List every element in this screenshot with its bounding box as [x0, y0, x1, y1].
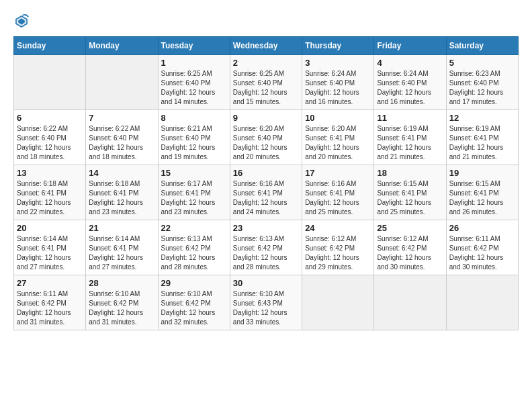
calendar-day-cell: 28Sunrise: 6:10 AM Sunset: 6:42 PM Dayli…	[86, 275, 158, 330]
day-number: 11	[377, 113, 443, 123]
calendar-day-cell: 3Sunrise: 6:24 AM Sunset: 6:40 PM Daylig…	[302, 55, 374, 110]
day-info: Sunrise: 6:13 AM Sunset: 6:42 PM Dayligh…	[233, 234, 299, 272]
calendar-day-cell: 20Sunrise: 6:14 AM Sunset: 6:41 PM Dayli…	[14, 220, 86, 275]
empty-day-cell	[86, 55, 158, 110]
weekday-header-monday: Monday	[86, 37, 158, 55]
day-info: Sunrise: 6:22 AM Sunset: 6:40 PM Dayligh…	[17, 124, 83, 162]
day-number: 10	[305, 113, 371, 123]
empty-day-cell	[302, 275, 374, 330]
empty-day-cell	[446, 275, 518, 330]
day-info: Sunrise: 6:25 AM Sunset: 6:40 PM Dayligh…	[161, 69, 227, 107]
page-header	[13, 13, 519, 30]
day-number: 16	[233, 168, 299, 178]
day-number: 27	[17, 278, 83, 288]
calendar-day-cell: 13Sunrise: 6:18 AM Sunset: 6:41 PM Dayli…	[14, 165, 86, 220]
day-number: 3	[305, 58, 371, 68]
day-number: 12	[449, 113, 515, 123]
calendar-day-cell: 4Sunrise: 6:24 AM Sunset: 6:40 PM Daylig…	[374, 55, 446, 110]
empty-day-cell	[374, 275, 446, 330]
calendar-day-cell: 10Sunrise: 6:20 AM Sunset: 6:41 PM Dayli…	[302, 110, 374, 165]
day-number: 17	[305, 168, 371, 178]
day-info: Sunrise: 6:20 AM Sunset: 6:41 PM Dayligh…	[305, 124, 371, 162]
day-info: Sunrise: 6:21 AM Sunset: 6:40 PM Dayligh…	[161, 124, 227, 162]
day-number: 2	[233, 58, 299, 68]
day-info: Sunrise: 6:14 AM Sunset: 6:41 PM Dayligh…	[17, 234, 83, 272]
day-info: Sunrise: 6:22 AM Sunset: 6:40 PM Dayligh…	[89, 124, 154, 162]
calendar-week-row: 1Sunrise: 6:25 AM Sunset: 6:40 PM Daylig…	[14, 55, 519, 110]
weekday-row: SundayMondayTuesdayWednesdayThursdayFrid…	[14, 37, 519, 55]
day-info: Sunrise: 6:15 AM Sunset: 6:41 PM Dayligh…	[377, 179, 443, 217]
day-number: 6	[17, 113, 83, 123]
calendar-day-cell: 23Sunrise: 6:13 AM Sunset: 6:42 PM Dayli…	[230, 220, 302, 275]
calendar-day-cell: 21Sunrise: 6:14 AM Sunset: 6:41 PM Dayli…	[86, 220, 158, 275]
day-info: Sunrise: 6:13 AM Sunset: 6:42 PM Dayligh…	[161, 234, 227, 272]
day-number: 30	[233, 278, 299, 288]
calendar-week-row: 20Sunrise: 6:14 AM Sunset: 6:41 PM Dayli…	[14, 220, 519, 275]
day-info: Sunrise: 6:16 AM Sunset: 6:41 PM Dayligh…	[305, 179, 371, 217]
calendar-header: SundayMondayTuesdayWednesdayThursdayFrid…	[14, 37, 519, 55]
calendar-day-cell: 29Sunrise: 6:10 AM Sunset: 6:42 PM Dayli…	[158, 275, 230, 330]
calendar-day-cell: 14Sunrise: 6:18 AM Sunset: 6:41 PM Dayli…	[86, 165, 158, 220]
calendar-day-cell: 8Sunrise: 6:21 AM Sunset: 6:40 PM Daylig…	[158, 110, 230, 165]
day-info: Sunrise: 6:11 AM Sunset: 6:42 PM Dayligh…	[449, 234, 515, 272]
day-info: Sunrise: 6:18 AM Sunset: 6:41 PM Dayligh…	[89, 179, 154, 217]
day-number: 9	[233, 113, 299, 123]
day-number: 14	[89, 168, 154, 178]
day-info: Sunrise: 6:14 AM Sunset: 6:41 PM Dayligh…	[89, 234, 154, 272]
logo-icon	[13, 13, 30, 30]
calendar-day-cell: 1Sunrise: 6:25 AM Sunset: 6:40 PM Daylig…	[158, 55, 230, 110]
calendar-body: 1Sunrise: 6:25 AM Sunset: 6:40 PM Daylig…	[14, 55, 519, 330]
calendar-day-cell: 6Sunrise: 6:22 AM Sunset: 6:40 PM Daylig…	[14, 110, 86, 165]
day-number: 4	[377, 58, 443, 68]
calendar-day-cell: 27Sunrise: 6:11 AM Sunset: 6:42 PM Dayli…	[14, 275, 86, 330]
weekday-header-sunday: Sunday	[14, 37, 86, 55]
day-info: Sunrise: 6:15 AM Sunset: 6:41 PM Dayligh…	[449, 179, 515, 217]
calendar-day-cell: 24Sunrise: 6:12 AM Sunset: 6:42 PM Dayli…	[302, 220, 374, 275]
day-number: 24	[305, 223, 371, 233]
day-info: Sunrise: 6:18 AM Sunset: 6:41 PM Dayligh…	[17, 179, 83, 217]
calendar-day-cell: 25Sunrise: 6:12 AM Sunset: 6:42 PM Dayli…	[374, 220, 446, 275]
calendar-day-cell: 26Sunrise: 6:11 AM Sunset: 6:42 PM Dayli…	[446, 220, 518, 275]
calendar-week-row: 6Sunrise: 6:22 AM Sunset: 6:40 PM Daylig…	[14, 110, 519, 165]
day-info: Sunrise: 6:24 AM Sunset: 6:40 PM Dayligh…	[377, 69, 443, 107]
calendar-day-cell: 22Sunrise: 6:13 AM Sunset: 6:42 PM Dayli…	[158, 220, 230, 275]
day-info: Sunrise: 6:10 AM Sunset: 6:42 PM Dayligh…	[161, 289, 227, 327]
day-info: Sunrise: 6:17 AM Sunset: 6:41 PM Dayligh…	[161, 179, 227, 217]
day-info: Sunrise: 6:25 AM Sunset: 6:40 PM Dayligh…	[233, 69, 299, 107]
day-number: 5	[449, 58, 515, 68]
calendar-day-cell: 16Sunrise: 6:16 AM Sunset: 6:41 PM Dayli…	[230, 165, 302, 220]
weekday-header-thursday: Thursday	[302, 37, 374, 55]
calendar-week-row: 27Sunrise: 6:11 AM Sunset: 6:42 PM Dayli…	[14, 275, 519, 330]
empty-day-cell	[14, 55, 86, 110]
day-number: 1	[161, 58, 227, 68]
calendar-day-cell: 7Sunrise: 6:22 AM Sunset: 6:40 PM Daylig…	[86, 110, 158, 165]
day-info: Sunrise: 6:12 AM Sunset: 6:42 PM Dayligh…	[305, 234, 371, 272]
weekday-header-saturday: Saturday	[446, 37, 518, 55]
weekday-header-tuesday: Tuesday	[158, 37, 230, 55]
day-number: 18	[377, 168, 443, 178]
day-number: 29	[161, 278, 227, 288]
day-number: 15	[161, 168, 227, 178]
day-info: Sunrise: 6:11 AM Sunset: 6:42 PM Dayligh…	[17, 289, 83, 327]
logo	[13, 13, 32, 30]
calendar-day-cell: 9Sunrise: 6:20 AM Sunset: 6:40 PM Daylig…	[230, 110, 302, 165]
calendar-day-cell: 18Sunrise: 6:15 AM Sunset: 6:41 PM Dayli…	[374, 165, 446, 220]
day-info: Sunrise: 6:10 AM Sunset: 6:42 PM Dayligh…	[89, 289, 154, 327]
calendar-day-cell: 12Sunrise: 6:19 AM Sunset: 6:41 PM Dayli…	[446, 110, 518, 165]
day-number: 26	[449, 223, 515, 233]
calendar-day-cell: 15Sunrise: 6:17 AM Sunset: 6:41 PM Dayli…	[158, 165, 230, 220]
calendar-day-cell: 2Sunrise: 6:25 AM Sunset: 6:40 PM Daylig…	[230, 55, 302, 110]
day-info: Sunrise: 6:19 AM Sunset: 6:41 PM Dayligh…	[377, 124, 443, 162]
calendar-day-cell: 5Sunrise: 6:23 AM Sunset: 6:40 PM Daylig…	[446, 55, 518, 110]
calendar-day-cell: 30Sunrise: 6:10 AM Sunset: 6:43 PM Dayli…	[230, 275, 302, 330]
day-number: 13	[17, 168, 83, 178]
day-info: Sunrise: 6:12 AM Sunset: 6:42 PM Dayligh…	[377, 234, 443, 272]
day-number: 20	[17, 223, 83, 233]
day-number: 19	[449, 168, 515, 178]
day-number: 22	[161, 223, 227, 233]
calendar-day-cell: 19Sunrise: 6:15 AM Sunset: 6:41 PM Dayli…	[446, 165, 518, 220]
day-number: 7	[89, 113, 154, 123]
day-info: Sunrise: 6:20 AM Sunset: 6:40 PM Dayligh…	[233, 124, 299, 162]
day-number: 23	[233, 223, 299, 233]
day-number: 8	[161, 113, 227, 123]
